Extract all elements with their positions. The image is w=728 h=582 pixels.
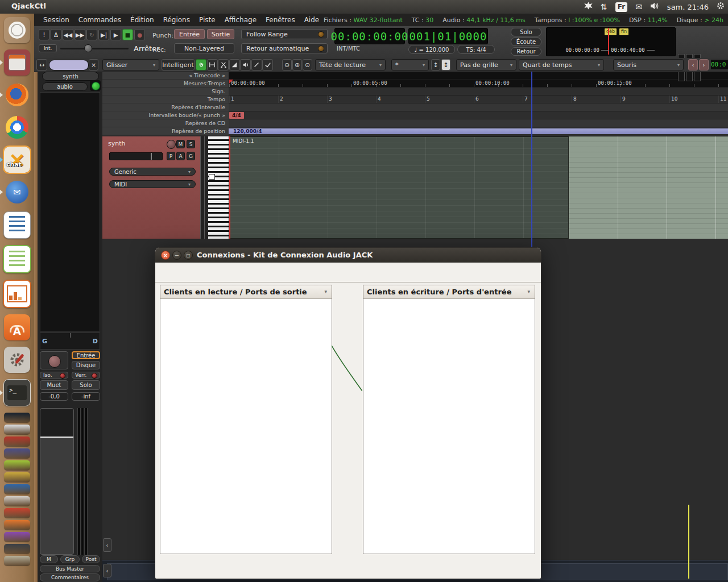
shrink-tracks-button[interactable]: ↕ [431,59,440,70]
time-signature-button[interactable]: TS: 4/4 [457,45,495,54]
dialog-titlebar[interactable]: × − ▢ Connexions - Kit de Connexion Audi… [155,248,541,263]
punch-out-button[interactable]: Sortie [207,29,234,39]
nudge-back-button[interactable]: ‹ [688,59,698,70]
midi-region[interactable]: MIDI-1.1 [229,136,569,239]
zoom-in-button[interactable]: ⊕ [292,59,302,70]
mute-button[interactable]: Muet [40,380,68,390]
stacked-app-icon[interactable] [4,496,30,506]
go-to-end-button[interactable]: ▶▶ [75,29,85,40]
menu-régions[interactable]: Régions [163,16,190,24]
ruler-row-2[interactable] [229,88,728,95]
menu-commandes[interactable]: Commandes [78,16,121,24]
track-playlist-button[interactable]: P [167,152,175,160]
name-highlight-field[interactable] [49,60,89,70]
volume-icon[interactable] [650,0,659,14]
smart-mode-button[interactable]: Intelligent [162,59,195,70]
ruler-label[interactable]: Intervalles boucle/« punch » [102,111,229,119]
solo-lock-button[interactable]: Verr. [72,372,100,379]
grab-tool[interactable] [196,59,206,70]
comments-button[interactable]: Commentaires [40,573,100,581]
mail-icon[interactable]: ✉ [635,0,642,14]
keyboard-layout-indicator[interactable]: Fr [615,2,627,12]
mini-timeline[interactable]: déb fin 00:00:00:0000:00:40:00 [546,27,676,56]
edit-mode-dropdown[interactable]: Glisser▾ [102,59,159,70]
meter-point-button-m[interactable]: M [40,555,58,563]
track-list-item-aubio[interactable]: aubio [42,82,88,91]
ruler-label[interactable]: Sign. [102,88,229,95]
tempo-button[interactable]: ♩ = 120,000 [408,45,455,54]
processor-box[interactable] [40,92,100,331]
pan-widget[interactable]: G D [40,332,100,350]
edit-point-dropdown[interactable]: Souris▾ [613,59,684,70]
ruler-label[interactable]: Tempo [102,95,229,103]
stacked-app-icon[interactable] [4,556,30,566]
record-mode-button[interactable]: Non-Layered [174,43,234,53]
expand-tracks-button[interactable]: ↕ [441,59,450,70]
stacked-app-icon[interactable] [4,448,30,458]
peak-display[interactable]: -inf [72,392,100,401]
track-header-synth[interactable]: synth M S P A G Generic▾ MIDI▾ [102,136,200,239]
track-gain-slider[interactable] [109,152,163,160]
solo-isolate-button[interactable]: Iso. [40,372,68,379]
zoom-out-button[interactable]: ⊖ [282,59,292,70]
zoom-focus-dropdown[interactable]: Tête de lecture▾ [315,59,386,70]
summary-scroll-left-button[interactable]: ‹ [103,564,111,577]
launcher-terminal[interactable]: >_ [3,379,31,406]
audition-indicator-button[interactable]: Écoute [511,38,541,46]
track-mute-button[interactable]: M [176,140,185,148]
menu-fenêtres[interactable]: Fenêtres [266,16,295,24]
menu-session[interactable]: Session [43,16,69,24]
disk-button[interactable]: Disque [72,361,100,369]
menu-affichage[interactable]: Affichage [225,16,257,24]
go-to-start-button[interactable]: ◀◀ [63,29,73,40]
stacked-app-icon[interactable] [4,520,30,530]
stacked-app-icon[interactable] [4,436,30,446]
midi-panic-button[interactable]: ! [39,29,49,40]
launcher-software-center[interactable]: A [4,314,30,340]
launcher-firefox[interactable] [4,82,30,108]
maximize-icon[interactable]: ▢ [184,251,193,260]
ruler-label[interactable]: Repères de position [102,127,229,135]
piano-roll-keyboard[interactable] [208,136,229,239]
stacked-app-icon[interactable] [4,460,30,470]
solo-indicator-button[interactable]: Solo [511,28,541,36]
stacked-app-icon[interactable] [4,472,30,482]
record-button[interactable]: ● [134,29,145,40]
grid-mode-dropdown[interactable]: Pas de grille▾ [456,59,516,70]
ruler-row-7[interactable]: 120,000/4 [229,127,728,136]
gain-fader[interactable] [40,408,74,555]
time-signature-marker[interactable]: 4/4 [229,112,244,119]
track-name[interactable]: synth [108,140,126,147]
ruler-label[interactable]: Repères d'intervalle [102,103,229,111]
auto-return-toggle[interactable]: Retour automatique [241,43,328,53]
track-list-item-synth[interactable]: synth [42,72,99,81]
launcher-file-manager[interactable] [4,49,30,76]
primary-clock[interactable]: 00:00:00:00 [334,28,405,44]
select-tool[interactable] [262,59,273,70]
play-button[interactable]: ▶ [110,29,121,40]
launcher-system-settings[interactable] [4,347,30,373]
audition-tool[interactable] [240,59,251,70]
session-gear-icon[interactable] [717,0,725,14]
launcher-xchat[interactable]: ×chat [4,147,30,173]
range-tool[interactable] [207,59,218,70]
nudge-forward-button[interactable]: › [699,59,709,70]
menu-édition[interactable]: Édition [130,16,154,24]
ruler-label[interactable]: « Timecode » [102,72,229,80]
ruler-row-1[interactable]: 00:00:00:0000:00:05:0000:00:10:0000:00:1… [229,80,728,88]
stacked-app-icon[interactable] [4,484,30,494]
output-bus-button[interactable]: Bus Master [40,565,100,572]
sort-arrow-icon[interactable]: ▾ [527,285,530,298]
updown-arrows-icon[interactable]: ⇅ [601,0,607,14]
ruler-row-4[interactable] [229,103,728,111]
shuttle-slider[interactable] [60,48,129,49]
summary-scroll-left-button[interactable]: ‹ [103,538,111,552]
feedback-indicator-button[interactable]: Retour [511,47,541,56]
fade-tool[interactable] [229,59,240,70]
ruler-label[interactable]: Mesures:Temps [102,80,229,88]
clock[interactable]: sam. 21:46 [667,3,709,11]
solo-button[interactable]: Solo [72,380,100,390]
track-record-arm-button[interactable] [167,140,176,149]
cut-tool[interactable] [218,59,229,70]
writable-clients-header[interactable]: Clients en écriture / Ports d'entrée▾ [363,285,535,299]
